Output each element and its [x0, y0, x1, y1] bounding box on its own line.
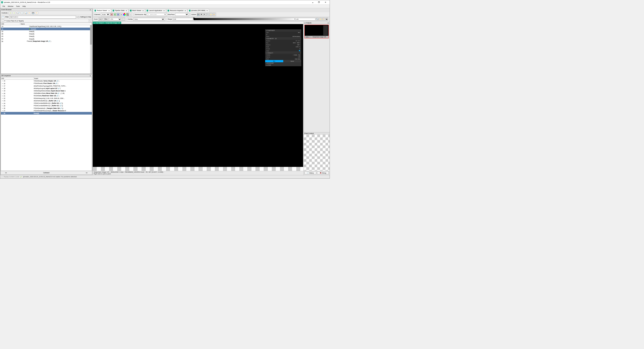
channel-r-button[interactable]: R	[110, 13, 113, 16]
event-tree[interactable]: 14ClearRenderTargetView({ 0.00, 0.00, 0.…	[1, 25, 92, 74]
api-row[interactable]: ›28Draw(6)	[1, 112, 92, 114]
clock-icon[interactable]: 🕒	[21, 12, 24, 14]
save-texture-icon[interactable]: 💾	[197, 13, 200, 16]
channels-select[interactable]: RGBA	[101, 13, 110, 16]
histogram-icon[interactable]: ▤	[326, 18, 328, 20]
chevron-right-icon[interactable]: ›	[2, 110, 3, 112]
close-icon[interactable]: ✕	[90, 9, 92, 11]
overlay-select[interactable]: None	[133, 18, 165, 20]
flip-v-icon[interactable]: ↕	[122, 18, 125, 20]
channel-a-button[interactable]: A	[120, 13, 122, 16]
col-eid[interactable]: EID	[1, 77, 34, 80]
range-slider[interactable]	[194, 18, 295, 20]
close-icon[interactable]: ✕	[108, 10, 110, 12]
chevron-right-icon[interactable]: ›	[2, 108, 3, 109]
api-row[interactable]: ›25PSSetConstantBuffers1(0, { Buffer 611…	[1, 105, 92, 107]
output-thumbnail[interactable]: RT0 Swapchain Image 115	[304, 25, 329, 38]
chevron-right-icon[interactable]: ›	[2, 85, 3, 87]
gamma-button[interactable]: γ	[129, 13, 132, 16]
zoom-range-icon[interactable]: 🔍	[316, 18, 318, 20]
chart-icon[interactable]: 📊	[24, 12, 27, 14]
chevron-right-icon[interactable]: ›	[2, 112, 3, 114]
home-icon[interactable]: ⌂	[2, 176, 2, 178]
range-min-input[interactable]	[173, 18, 193, 20]
reset-range-icon[interactable]: ↺	[322, 18, 325, 20]
slice-select[interactable]	[175, 13, 188, 16]
event-row[interactable]: 55Draw(6)	[1, 38, 92, 40]
event-row[interactable]: 56Present( Swapchain Image 115 🔗 )	[1, 40, 92, 42]
chevron-right-icon[interactable]: ›	[2, 105, 3, 106]
item-layout-toggle[interactable]: Item Layout	[265, 60, 301, 62]
arrow-right-icon[interactable]: ▸	[328, 22, 329, 24]
event-row[interactable]: 33Draw(6)	[1, 30, 92, 33]
close-icon[interactable]: ✕	[90, 75, 92, 77]
zoom-fit-button[interactable]: ⛶ Fit	[103, 18, 109, 20]
bookmark-icon[interactable]: ✳	[28, 12, 31, 14]
event-row[interactable]: 38Draw(6)	[1, 33, 92, 35]
home-icon[interactable]: ⌂	[2, 20, 4, 22]
zoom-11-button[interactable]: 1:1	[98, 18, 102, 20]
close-icon[interactable]: ✕	[142, 10, 144, 12]
thumbnail-strip[interactable]	[93, 167, 304, 171]
open-new-icon[interactable]: ⇱	[203, 13, 206, 16]
api-row[interactable]: ›17IASetPrimitiveTopology(D3D_PRIMITIVE_…	[1, 85, 92, 87]
filter-input[interactable]	[9, 16, 76, 18]
settings-help-link[interactable]: Settings & Help	[80, 16, 91, 18]
tab-texture-viewer[interactable]: Texture Viewer✕	[93, 9, 111, 12]
api-row[interactable]: ›15VSSetShader( Vertex Shader 135 🔗 )	[1, 80, 92, 82]
gear-icon[interactable]: ✳	[35, 12, 38, 14]
zoom-value[interactable]: 47%	[109, 18, 122, 20]
filter-icon[interactable]: ▽	[2, 16, 4, 18]
chevron-right-icon[interactable]: ›	[2, 100, 3, 102]
chevron-right-icon[interactable]: ›	[2, 90, 3, 92]
edit-icon[interactable]: ✎	[88, 20, 91, 22]
prev-action-button[interactable]: ⬅	[9, 12, 12, 14]
close-icon[interactable]: ✕	[184, 10, 186, 12]
close-icon[interactable]: ✕	[206, 10, 208, 12]
wand-range-icon[interactable]: ✨	[319, 18, 322, 20]
event-row[interactable]: 14ClearRenderTargetView({ 0.00, 0.00, 0.…	[1, 25, 92, 28]
event-row[interactable]: 43Draw(6)	[1, 35, 92, 38]
col-event[interactable]: Event	[34, 77, 92, 80]
chevron-right-icon[interactable]: ›	[2, 98, 3, 99]
event-row[interactable]: 28▶Draw(6)	[1, 28, 92, 30]
api-row[interactable]: ›18IASetInputLayout( Input Layout 137 🔗 …	[1, 87, 92, 90]
tab-launch-application[interactable]: Launch Application✕	[145, 9, 166, 12]
tab-pipeline-state[interactable]: Pipeline State✕	[111, 9, 128, 12]
window-maximize-button[interactable]: 🗖	[316, 0, 322, 5]
mip-select[interactable]: 0 - 3840x2260	[147, 13, 167, 16]
chevron-down-icon[interactable]: ▾	[266, 38, 267, 39]
menu-tools[interactable]: Tools	[15, 5, 21, 8]
save-icon[interactable]: 💾	[32, 12, 34, 14]
pixel-context-view[interactable]	[304, 135, 330, 171]
window-minimize-button[interactable]: 🗕	[310, 0, 316, 5]
origin-indicator[interactable]	[299, 50, 300, 51]
puzzle-icon[interactable]: ✳	[213, 13, 216, 16]
add-annotation-button[interactable]: Add Annotation	[292, 36, 300, 37]
checker-toggle-icon[interactable]	[126, 13, 129, 16]
menu-file[interactable]: File	[1, 5, 6, 8]
api-tree[interactable]: ›15VSSetShader( Vertex Shader 135 🔗 )›16…	[1, 80, 92, 171]
window-close-button[interactable]: ✕	[322, 0, 329, 5]
tab-mesh-viewer[interactable]: Mesh Viewer✕	[128, 9, 145, 12]
api-row[interactable]: ›27PSSetShaderResources(0, { Shader Reso…	[1, 110, 92, 112]
tab-qtcreator-pid-8884-[interactable]: qtcreator [PID 8884]✕	[188, 9, 209, 12]
api-row[interactable]: ›23IASetVertexBuffers(0, { Buffer 129 🔗 …	[1, 100, 92, 102]
channel-b-button[interactable]: B	[117, 13, 120, 16]
api-row[interactable]: ›19OMSetDepthStencilState( Depth-Stencil…	[1, 90, 92, 92]
chevron-right-icon[interactable]: ›	[2, 92, 3, 94]
color-wheel-icon[interactable]	[123, 13, 126, 16]
settings-icon[interactable]	[78, 16, 80, 18]
chevron-down-icon[interactable]: ▾	[266, 52, 267, 54]
next-action-button[interactable]: ➡	[12, 12, 16, 14]
col-name[interactable]: Name	[20, 23, 92, 25]
menu-help[interactable]: Help	[22, 5, 27, 8]
chevron-right-icon[interactable]: ›	[2, 95, 3, 97]
tab-resource-inspector[interactable]: Resource Inspector✕	[166, 9, 188, 12]
menu-window[interactable]: Window	[6, 5, 14, 8]
chevron-right-icon[interactable]: ›	[2, 82, 3, 84]
chevron-right-icon[interactable]: ›	[2, 88, 3, 89]
close-icon[interactable]: ✕	[163, 10, 165, 12]
binoculars-icon[interactable]: 🔭	[206, 13, 209, 16]
colour-pass-label[interactable]: Colour Pass #1 (1 Targets)	[6, 20, 24, 22]
